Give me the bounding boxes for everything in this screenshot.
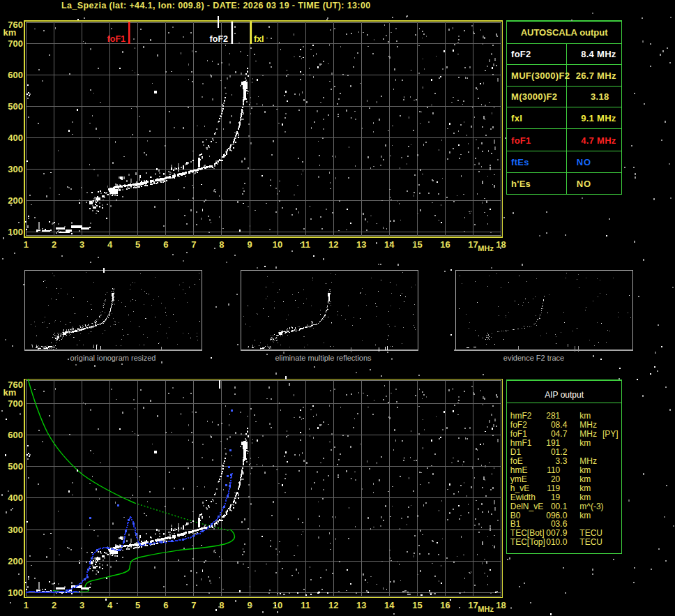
svg-text:19: 19 <box>551 493 561 502</box>
svg-text:hmE: hmE <box>510 465 528 475</box>
svg-text:km: km <box>579 465 591 475</box>
svg-text:15: 15 <box>412 239 422 250</box>
svg-text:km: km <box>579 483 591 493</box>
svg-text:.9: .9 <box>560 528 567 538</box>
svg-text:foF1: foF1 <box>510 429 527 439</box>
svg-text:km: km <box>579 474 591 484</box>
svg-text:12: 12 <box>328 239 338 250</box>
svg-text:16: 16 <box>440 239 450 250</box>
svg-text:4.7 MHz: 4.7 MHz <box>581 135 616 146</box>
svg-text:foF2: foF2 <box>510 420 527 430</box>
svg-text:hmF1: hmF1 <box>510 438 532 448</box>
svg-text:26.7 MHz: 26.7 MHz <box>576 70 616 81</box>
svg-text:7: 7 <box>191 600 196 610</box>
svg-text:fxI: fxI <box>254 34 264 44</box>
svg-text:NO: NO <box>577 157 591 167</box>
svg-text:3: 3 <box>79 239 84 250</box>
svg-text:foE: foE <box>510 456 523 466</box>
svg-text:hmF2: hmF2 <box>510 411 532 421</box>
svg-text:191: 191 <box>546 438 560 448</box>
svg-text:200: 200 <box>8 556 23 566</box>
svg-text:AUTOSCALA output: AUTOSCALA output <box>521 27 609 38</box>
svg-text:foF2: foF2 <box>210 34 228 44</box>
svg-text:2: 2 <box>52 600 56 610</box>
svg-text:foF2: foF2 <box>511 49 531 59</box>
svg-text:01: 01 <box>551 447 561 457</box>
svg-text:17: 17 <box>468 239 478 250</box>
svg-text:18: 18 <box>496 600 506 610</box>
svg-text:700: 700 <box>8 398 23 409</box>
svg-text:8: 8 <box>219 600 224 610</box>
svg-text:7: 7 <box>191 239 196 250</box>
svg-text:km: km <box>579 493 591 502</box>
svg-text:TECU: TECU <box>579 528 602 538</box>
svg-text:17: 17 <box>468 600 478 610</box>
svg-text:4: 4 <box>107 239 113 250</box>
svg-text:MHz: MHz <box>478 244 494 253</box>
svg-text:ftEs: ftEs <box>511 157 529 167</box>
svg-text:D1: D1 <box>510 447 522 457</box>
svg-text:100: 100 <box>8 227 23 237</box>
svg-text:16: 16 <box>440 600 450 610</box>
svg-text:km: km <box>3 387 17 398</box>
svg-text:eliminate multiple reflections: eliminate multiple reflections <box>275 354 372 362</box>
svg-text:15: 15 <box>412 600 422 610</box>
svg-text:TEC[Top]: TEC[Top] <box>510 537 545 547</box>
svg-text:096: 096 <box>546 511 560 520</box>
svg-text:fxI: fxI <box>511 113 522 123</box>
svg-text:500: 500 <box>8 461 23 472</box>
svg-text:4: 4 <box>107 600 113 610</box>
svg-text:400: 400 <box>8 493 23 503</box>
svg-text:9: 9 <box>247 239 252 250</box>
svg-text:original ionogram resized: original ionogram resized <box>70 354 156 362</box>
svg-text:300: 300 <box>8 164 23 174</box>
svg-text:100: 100 <box>8 587 23 598</box>
svg-text:700: 700 <box>8 38 23 49</box>
svg-text:.6: .6 <box>560 519 567 529</box>
svg-text:MHz: MHz <box>579 420 597 430</box>
svg-text:2: 2 <box>52 239 56 250</box>
svg-text:13: 13 <box>356 239 366 250</box>
svg-text:600: 600 <box>8 430 23 440</box>
svg-text:08: 08 <box>551 420 561 430</box>
svg-text:evidence F2 trace: evidence F2 trace <box>503 354 564 362</box>
svg-text:11: 11 <box>301 600 310 610</box>
svg-text:MHz: MHz <box>478 605 494 613</box>
svg-text:DelN_vE: DelN_vE <box>510 502 543 511</box>
svg-text:h_vE: h_vE <box>510 483 529 493</box>
svg-text:281: 281 <box>546 411 560 421</box>
svg-text:04: 04 <box>551 429 561 439</box>
svg-text:B0: B0 <box>510 511 521 520</box>
svg-text:NO: NO <box>577 179 591 189</box>
svg-text:Ewidth: Ewidth <box>510 493 536 502</box>
svg-text:200: 200 <box>8 195 23 206</box>
svg-text:La_Spezia (lat: +44.1, lon: 00: La_Spezia (lat: +44.1, lon: 009.8) - DAT… <box>61 1 371 10</box>
svg-text:km: km <box>3 27 17 38</box>
svg-text:8: 8 <box>219 239 224 250</box>
svg-text:foF1: foF1 <box>511 135 531 146</box>
svg-text:5: 5 <box>135 600 140 610</box>
svg-text:AIP output: AIP output <box>545 390 584 400</box>
svg-text:3: 3 <box>79 600 84 610</box>
svg-text:600: 600 <box>8 70 23 80</box>
svg-text:TEC[Bot]: TEC[Bot] <box>510 528 545 538</box>
svg-text:6: 6 <box>163 239 168 250</box>
svg-text:03: 03 <box>551 519 561 529</box>
svg-text:300: 300 <box>8 525 23 535</box>
svg-text:[PY]: [PY] <box>602 429 619 439</box>
svg-text:5: 5 <box>135 239 140 250</box>
svg-text:h'Es: h'Es <box>511 179 531 189</box>
svg-text:.7: .7 <box>560 429 567 439</box>
svg-text:1: 1 <box>24 239 29 250</box>
svg-text:9.1 MHz: 9.1 MHz <box>581 113 616 123</box>
svg-text:14: 14 <box>384 239 395 250</box>
svg-text:km: km <box>579 511 591 520</box>
svg-text:14: 14 <box>384 600 395 610</box>
svg-text:ymE: ymE <box>510 474 527 484</box>
svg-text:B1: B1 <box>510 519 521 529</box>
svg-text:10: 10 <box>273 239 282 250</box>
svg-text:km: km <box>579 411 591 421</box>
svg-text:TECU: TECU <box>579 537 602 547</box>
svg-text:007: 007 <box>546 528 560 538</box>
svg-text:8.4 MHz: 8.4 MHz <box>581 49 616 59</box>
